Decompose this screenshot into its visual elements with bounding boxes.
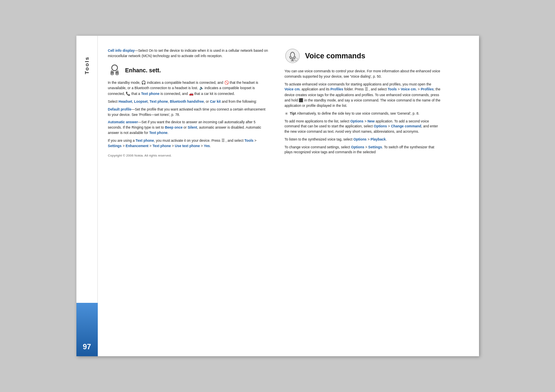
yes-link: Yes <box>204 144 210 148</box>
enhancement-link: Enhancement <box>126 144 149 148</box>
loopset-icon: 🔈 <box>199 85 204 91</box>
car-kit-icon: 🚗 <box>189 91 193 97</box>
book-page: Tools 97 Cell info display—Select On to … <box>76 36 479 356</box>
select-para: Select Headset, Loopset, Text phone, Blu… <box>108 99 268 104</box>
svg-point-1 <box>111 71 113 74</box>
settings-vc-link: Settings <box>368 145 382 149</box>
silent-link: Silent <box>188 125 197 129</box>
vc-heading: + Voice commands <box>285 48 441 64</box>
beep-once-link: Beep once <box>165 125 182 129</box>
tip-text: Tip! Alternatively, to define the side k… <box>290 111 419 116</box>
menu-icon2-inline: ☰ <box>365 87 368 92</box>
text-phone-link: Text phone <box>150 99 168 104</box>
cell-info-heading: Cell info display <box>108 48 135 53</box>
vc-para5: To change voice command settings, select… <box>285 145 441 155</box>
change-command-link: Change command <box>391 124 421 128</box>
hold-key-icon: ⬛ <box>299 98 303 104</box>
text-phone-icon: 📞 <box>126 91 130 97</box>
profiles-link: Profiles <box>330 87 343 91</box>
headset-icon <box>108 64 121 77</box>
vc-para1-text: You can use voice commands to control yo… <box>285 69 440 78</box>
enhanc-para1: In the standby mode, 🎧 indicates a compa… <box>108 80 268 97</box>
tools-vc-link: Tools <box>388 87 397 91</box>
vc-para4: To listen to the synthesized voice tag, … <box>285 137 441 142</box>
page-container: Tools 97 Cell info display—Select On to … <box>0 0 555 392</box>
headset-unavailable-icon: 🚫 <box>224 80 229 86</box>
svg-point-2 <box>116 71 118 74</box>
default-profile-heading: Default profile <box>108 107 131 111</box>
auto-answer-para: Automatic answer—Set if you want the dev… <box>108 120 268 135</box>
text-phone-auto-link: Text phone <box>149 131 168 135</box>
vc-para3: To add more applications to the list, se… <box>285 119 441 134</box>
profiles2-link: Profiles <box>421 87 433 91</box>
copyright-text: Copyright © 2006 Nokia. All rights reser… <box>108 154 268 157</box>
vc-title: Voice commands <box>305 52 366 60</box>
sidebar-tab: Tools 97 <box>76 36 98 356</box>
tools-link: Tools <box>244 138 253 143</box>
headset-link: Headset <box>119 99 132 104</box>
voice-cm2-link: Voice cm. <box>401 87 417 91</box>
enhanc-heading: Enhanc. sett. <box>108 64 268 77</box>
loopset-link: Loopset <box>134 99 147 104</box>
svg-point-0 <box>112 65 117 71</box>
default-profile-text: —Set the profile that you want activated… <box>108 107 266 117</box>
settings-link: Settings <box>108 144 122 148</box>
car-kit-link: Car kit <box>210 99 221 104</box>
cell-info-para: Cell info display—Select On to set the d… <box>108 48 268 59</box>
right-column: + Voice commands You can use voice comma… <box>281 48 441 348</box>
options-link1: Options <box>350 119 364 123</box>
options-link4: Options <box>351 145 364 149</box>
enhanc-title: Enhanc. sett. <box>125 67 161 74</box>
options-link2: Options <box>374 124 387 128</box>
auto-answer-heading: Automatic answer <box>108 120 138 124</box>
vc-para1: You can use voice commands to control yo… <box>285 69 441 79</box>
bluetooth-handsfree-link: Bluetooth handsfree <box>170 99 204 104</box>
tip-box: ✳ Tip! Alternatively, to define the side… <box>285 111 441 116</box>
blue-corner: 97 <box>76 303 98 356</box>
text-phone-link-inline: Text phone <box>141 92 159 96</box>
playback-link: Playback <box>371 137 386 141</box>
voice-commands-icon: + <box>285 48 300 64</box>
svg-text:+: + <box>295 59 297 61</box>
menu-icon-inline: ☰ <box>221 138 225 144</box>
voice-cm-link: Voice cm. <box>285 87 301 91</box>
vc-para2: To activate enhanced voice commands for … <box>285 82 441 108</box>
new-link: New <box>367 119 374 123</box>
use-text-phone-link: Use text phone <box>175 144 200 148</box>
options-link3: Options <box>353 137 366 141</box>
textphone-para: If you are using a Text phone, you must … <box>108 138 268 149</box>
text-phone-nav-link: Text phone <box>152 144 171 148</box>
sidebar-label: Tools <box>84 56 90 74</box>
content-area: Cell info display—Select On to set the d… <box>98 36 479 356</box>
left-column: Cell info display—Select On to set the d… <box>108 48 268 348</box>
headset-connected-icon: 🎧 <box>141 80 146 86</box>
tip-icon: ✳ <box>285 111 288 116</box>
default-profile-para: Default profile—Set the profile that you… <box>108 107 268 118</box>
text-phone-using-link: Text phone <box>136 138 154 143</box>
page-number: 97 <box>83 343 91 351</box>
